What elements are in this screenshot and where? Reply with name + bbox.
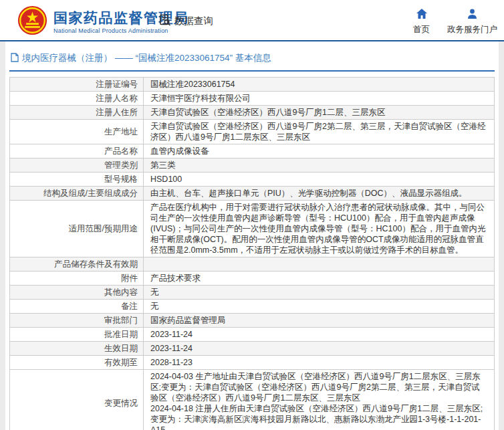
row-label: 注册证编号 bbox=[10, 78, 144, 92]
row-label: 变更情况 bbox=[10, 370, 144, 430]
row-value: 天津自贸试验区（空港经济区）西八道9号厂房2第二层、第三层，天津自贸试验区（空港… bbox=[144, 120, 495, 144]
table-row: 结构及组成/主要组成成分 由主机、台车、超声接口单元（PIU）、光学驱动控制器（… bbox=[10, 187, 495, 201]
table-row: 型号规格 HSD100 bbox=[10, 173, 495, 187]
table-row: 有效期至 2028-11-23 bbox=[10, 356, 495, 370]
table-row: 产品储存条件及有效期 bbox=[10, 257, 495, 272]
row-label: 生效日期 bbox=[10, 342, 144, 356]
nav-data-query[interactable]: 数据查询 bbox=[158, 13, 213, 29]
row-label: 型号规格 bbox=[10, 173, 144, 187]
table-row: 其他内容 无 bbox=[10, 286, 495, 300]
table-row: 注册人住所 天津自贸试验区（空港经济区）西八道9号厂房1二层、三层东区 bbox=[10, 106, 495, 120]
nav-portal[interactable]: 政务服务门户 bbox=[447, 9, 497, 35]
row-value: 国械注准20233061754 bbox=[144, 78, 495, 92]
table-row: 管理类别 第三类 bbox=[10, 158, 495, 173]
row-value: 2024-04-03 生产地址由天津自贸试验区（空港经济区）西八道9号厂房1二层… bbox=[144, 370, 495, 430]
row-label: 有效期至 bbox=[10, 356, 144, 370]
table-row: 适用范围/预期用途 产品在医疗机构中，用于对需要进行冠状动脉介入治疗患者的冠状动… bbox=[10, 201, 495, 257]
table-row: 生产地址 天津自贸试验区（空港经济区）西八道9号厂房2第二层、第三层，天津自贸试… bbox=[10, 120, 495, 144]
row-value: 2023-11-24 bbox=[144, 342, 495, 356]
row-value: 无 bbox=[144, 286, 495, 300]
content-panel: 境内医疗器械（注册） —— “国械注准20233061754” 基本信息 注册证… bbox=[5, 41, 499, 430]
table-row: 生效日期 2023-11-24 bbox=[10, 342, 495, 356]
row-value: 天津恒宇医疗科技有限公司 bbox=[144, 92, 495, 106]
table-row: 产品名称 血管内成像设备 bbox=[10, 144, 495, 158]
row-label: 结构及组成/主要组成成分 bbox=[10, 187, 144, 201]
nav-home[interactable]: 首页 bbox=[413, 9, 430, 35]
row-value: 第三类 bbox=[144, 158, 495, 173]
row-value: 2023-11-24 bbox=[144, 328, 495, 342]
site-header: 国家药品监督管理局 National Medical Products Admi… bbox=[0, 0, 504, 41]
page-body: 境内医疗器械（注册） —— “国械注准20233061754” 基本信息 注册证… bbox=[0, 41, 504, 430]
table-row: 批准日期 2023-11-24 bbox=[10, 328, 495, 342]
table-row: 注册证编号 国械注准20233061754 bbox=[10, 78, 495, 92]
data-query-label: 数据查询 bbox=[174, 15, 213, 27]
breadcrumb-text: 境内医疗器械（注册） —— “国械注准20233061754” 基本信息 bbox=[22, 52, 271, 64]
table-row: 变更情况 2024-04-03 生产地址由天津自贸试验区（空港经济区）西八道9号… bbox=[10, 370, 495, 430]
row-label: 附件 bbox=[10, 272, 144, 286]
row-label: 审批部门 bbox=[10, 314, 144, 328]
document-icon bbox=[11, 53, 19, 64]
breadcrumb: 境内医疗器械（注册） —— “国械注准20233061754” 基本信息 bbox=[9, 51, 495, 72]
row-label: 产品储存条件及有效期 bbox=[10, 257, 144, 272]
row-label: 注册人名称 bbox=[10, 92, 144, 106]
table-row: 审批部门 国家药品监督管理局 bbox=[10, 314, 495, 328]
row-label: 批准日期 bbox=[10, 328, 144, 342]
header-nav: 首页 政务服务门户 bbox=[413, 9, 497, 35]
nav-home-label: 首页 bbox=[413, 24, 430, 35]
table-row: 备注 无 bbox=[10, 300, 495, 314]
row-value: 国家药品监督管理局 bbox=[144, 314, 495, 328]
data-query-icon bbox=[158, 13, 172, 29]
row-label: 产品名称 bbox=[10, 144, 144, 158]
row-label: 管理类别 bbox=[10, 158, 144, 173]
nav-portal-label: 政务服务门户 bbox=[447, 24, 497, 35]
row-value: 无 bbox=[144, 300, 495, 314]
row-value: 2028-11-23 bbox=[144, 356, 495, 370]
row-value: 由主机、台车、超声接口单元（PIU）、光学驱动控制器（DOC）、液晶显示器组成。 bbox=[144, 187, 495, 201]
row-label: 备注 bbox=[10, 300, 144, 314]
row-value: 产品在医疗机构中，用于对需要进行冠状动脉介入治疗患者的冠状动脉成像。其中，与同公… bbox=[144, 201, 495, 257]
row-value bbox=[144, 257, 495, 272]
row-label: 其他内容 bbox=[10, 286, 144, 300]
row-value: 产品技术要求 bbox=[144, 272, 495, 286]
row-value: HSD100 bbox=[144, 173, 495, 187]
row-value: 天津自贸试验区（空港经济区）西八道9号厂房1二层、三层东区 bbox=[144, 106, 495, 120]
row-label: 适用范围/预期用途 bbox=[10, 201, 144, 257]
row-value: 血管内成像设备 bbox=[144, 144, 495, 158]
table-row: 附件 产品技术要求 bbox=[10, 272, 495, 286]
home-icon bbox=[416, 9, 427, 21]
row-label: 注册人住所 bbox=[10, 106, 144, 120]
table-row: 注册人名称 天津恒宇医疗科技有限公司 bbox=[10, 92, 495, 106]
user-icon bbox=[467, 9, 477, 21]
row-label: 生产地址 bbox=[10, 120, 144, 144]
national-emblem-icon bbox=[17, 5, 47, 38]
registration-info-table: 注册证编号 国械注准20233061754 注册人名称 天津恒宇医疗科技有限公司… bbox=[9, 77, 495, 430]
